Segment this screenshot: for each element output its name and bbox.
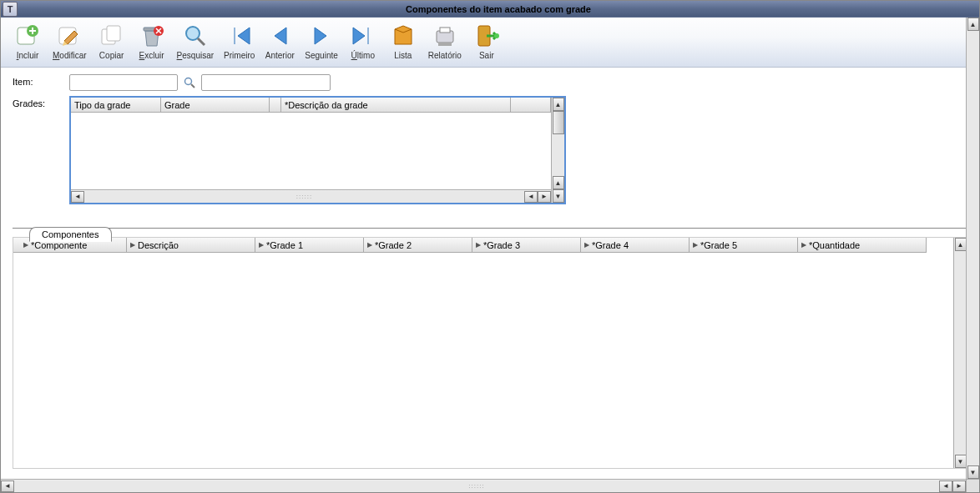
vscroll-track[interactable]: [552, 134, 564, 176]
pesquisar-button[interactable]: Pesquisar: [172, 21, 219, 62]
relatorio-icon: [432, 23, 458, 49]
ultimo-icon: [350, 23, 376, 49]
toolbar-label: Primeiro: [224, 51, 255, 60]
components-column-header[interactable]: ▶*Grade 2: [364, 238, 472, 253]
svg-line-15: [191, 84, 194, 88]
item-description-input[interactable]: [201, 74, 331, 91]
scroll-left-icon[interactable]: ◄: [71, 191, 84, 203]
sair-button[interactable]: Sair: [467, 21, 507, 62]
toolbar-label: Incluir: [17, 51, 39, 60]
anterior-button[interactable]: Anterior: [260, 21, 300, 62]
sair-icon: [473, 23, 500, 49]
hscroll-track[interactable]: ::::::: [84, 191, 524, 203]
form-area: Item: Grades: Tipo da gradeGrade*Descriç…: [1, 68, 979, 216]
components-vscroll[interactable]: ▲ ▼: [953, 238, 967, 468]
scroll-right-icon[interactable]: ►: [538, 191, 551, 203]
scroll-corner: [966, 479, 979, 492]
relatorio-button[interactable]: Relatório: [423, 21, 467, 62]
pesquisar-icon: [182, 23, 209, 49]
primeiro-button[interactable]: Primeiro: [219, 21, 260, 62]
components-column-header[interactable]: ▶*Grade 4: [581, 238, 690, 253]
vscroll-thumb[interactable]: [553, 111, 564, 134]
components-column-header[interactable]: ▶*Quantidade: [798, 238, 927, 253]
modificar-button[interactable]: Modificar: [48, 21, 92, 62]
seguinte-icon: [308, 23, 335, 49]
scroll-left2-icon[interactable]: ◄: [939, 480, 952, 492]
toolbar-label: Seguinte: [305, 51, 337, 60]
modificar-icon: [56, 23, 83, 49]
ultimo-button[interactable]: Último: [343, 21, 383, 62]
toolbar-label: Pesquisar: [177, 51, 214, 60]
lista-icon: [390, 23, 417, 49]
toolbar-label: Copiar: [99, 51, 124, 60]
components-column-header[interactable]: ▶*Grade 3: [472, 238, 581, 253]
anterior-icon: [266, 23, 293, 49]
copiar-icon: [99, 23, 125, 49]
svg-line-8: [198, 38, 205, 45]
toolbar-label: Excluir: [139, 51, 164, 60]
item-label: Item:: [13, 74, 69, 87]
scroll-left-icon[interactable]: ◄: [1, 480, 14, 492]
titlebar: T Componentes do item acabado com grade: [1, 1, 979, 18]
tab-componentes[interactable]: Componentes: [29, 227, 112, 242]
grades-vscroll[interactable]: ▲ ▲ ▼: [551, 98, 564, 203]
copiar-button[interactable]: Copiar: [92, 21, 132, 62]
grades-column-header[interactable]: Tipo da grade: [71, 98, 161, 113]
window-title: Componentes do item acabado com grade: [18, 4, 979, 14]
excluir-icon: [139, 23, 165, 49]
incluir-button[interactable]: Incluir: [8, 21, 48, 62]
grades-column-header[interactable]: [270, 98, 281, 113]
tab-container: Componentes ▶*Componente▶Descrição▶*Grad…: [13, 228, 967, 469]
window-hscroll[interactable]: ◄ :::::: ◄ ►: [1, 479, 966, 492]
grades-panel: Tipo da gradeGrade*Descrição da grade ◄ …: [69, 96, 566, 204]
scroll-up2-icon[interactable]: ▲: [553, 176, 564, 189]
components-body[interactable]: [13, 253, 953, 468]
svg-rect-4: [107, 26, 120, 41]
components-column-header[interactable]: ▶*Grade 5: [690, 238, 798, 253]
toolbar-label: Último: [351, 51, 375, 60]
toolbar-label: Lista: [394, 51, 412, 60]
grades-label: Grades:: [13, 96, 69, 108]
components-main: ▶*Componente▶Descrição▶*Grade 1▶*Grade 2…: [13, 238, 953, 468]
scroll-left2-icon[interactable]: ◄: [524, 191, 538, 203]
svg-point-13: [494, 33, 499, 38]
item-input[interactable]: [69, 74, 178, 91]
grades-column-header[interactable]: [511, 98, 551, 113]
toolbar-label: Sair: [479, 51, 494, 60]
grades-column-header[interactable]: Grade: [161, 98, 270, 113]
components-table: ▶*Componente▶Descrição▶*Grade 1▶*Grade 2…: [13, 237, 967, 469]
search-icon[interactable]: [183, 76, 196, 89]
grades-body[interactable]: [71, 113, 551, 189]
toolbar-label: Relatório: [428, 51, 462, 60]
seguinte-button[interactable]: Seguinte: [300, 21, 342, 62]
svg-rect-10: [440, 28, 450, 33]
excluir-button[interactable]: Excluir: [132, 21, 172, 62]
primeiro-icon: [226, 23, 253, 49]
app-icon: T: [3, 2, 18, 17]
scroll-down-icon[interactable]: ▼: [553, 189, 564, 203]
window-vscroll[interactable]: ▲ ▼: [966, 18, 979, 479]
scroll-down-icon[interactable]: ▼: [967, 465, 979, 479]
hscroll-track[interactable]: ::::::: [14, 480, 939, 492]
scroll-up-icon[interactable]: ▲: [967, 18, 979, 31]
incluir-icon: [14, 23, 41, 49]
vscroll-track[interactable]: [954, 251, 967, 455]
scroll-up-icon[interactable]: ▲: [553, 98, 564, 111]
tab-body: ▶*Componente▶Descrição▶*Grade 1▶*Grade 2…: [13, 228, 967, 469]
svg-point-14: [185, 78, 192, 85]
scroll-down-icon[interactable]: ▼: [955, 455, 967, 468]
svg-point-7: [186, 27, 200, 40]
components-header-row: ▶*Componente▶Descrição▶*Grade 1▶*Grade 2…: [13, 238, 953, 253]
toolbar: IncluirModificarCopiarExcluirPesquisarPr…: [1, 18, 979, 68]
vscroll-track[interactable]: [967, 31, 979, 465]
lista-button[interactable]: Lista: [383, 21, 423, 62]
components-column-header[interactable]: ▶Descrição: [127, 238, 255, 253]
grades-column-header[interactable]: *Descrição da grade: [281, 98, 511, 113]
toolbar-label: Anterior: [265, 51, 295, 60]
scroll-right-icon[interactable]: ►: [952, 480, 966, 492]
components-column-header[interactable]: ▶*Grade 1: [255, 238, 364, 253]
grades-row: Grades: Tipo da gradeGrade*Descrição da …: [13, 96, 967, 204]
scroll-up-icon[interactable]: ▲: [955, 238, 967, 251]
svg-rect-11: [438, 43, 452, 46]
grades-hscroll[interactable]: ◄ :::::: ◄ ►: [71, 189, 551, 203]
